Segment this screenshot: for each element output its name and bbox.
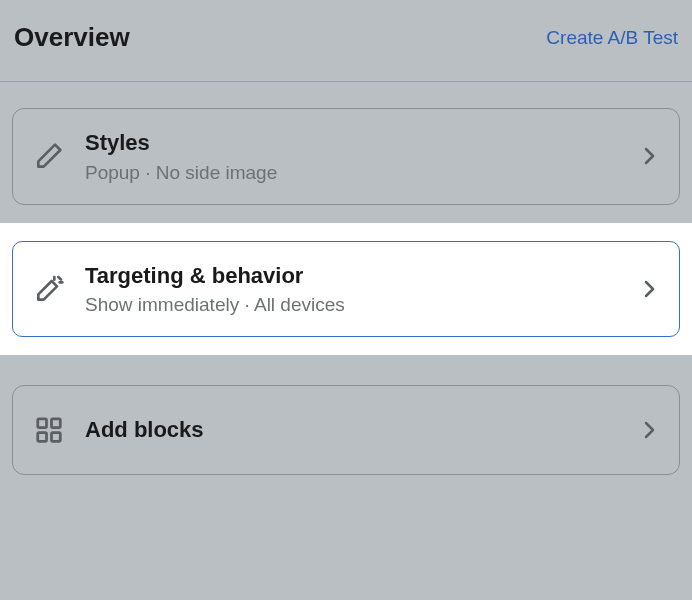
svg-rect-0 [38,419,47,428]
card-styles-title: Styles [85,129,637,158]
card-styles-subtitle: Popup · No side image [85,162,637,184]
targeting-highlight-wrap: Targeting & behavior Show immediately · … [0,223,692,356]
chevron-right-icon [637,144,661,168]
chevron-right-icon [637,277,661,301]
card-styles[interactable]: Styles Popup · No side image [12,108,680,205]
magic-wand-icon [31,271,67,307]
card-blocks-title: Add blocks [85,416,637,445]
page-title: Overview [14,22,130,53]
card-targeting-subtitle: Show immediately · All devices [85,294,637,316]
pencil-icon [31,138,67,174]
content: Styles Popup · No side image Targeting &… [0,108,692,475]
blocks-icon [31,412,67,448]
card-targeting[interactable]: Targeting & behavior Show immediately · … [12,241,680,338]
card-blocks-body: Add blocks [85,416,637,445]
svg-rect-1 [52,419,61,428]
svg-rect-2 [38,433,47,442]
card-add-blocks[interactable]: Add blocks [12,385,680,475]
chevron-right-icon [637,418,661,442]
card-targeting-title: Targeting & behavior [85,262,637,291]
card-styles-body: Styles Popup · No side image [85,129,637,184]
header: Overview Create A/B Test [0,0,692,82]
svg-rect-3 [52,433,61,442]
create-ab-test-link[interactable]: Create A/B Test [546,27,678,49]
card-targeting-body: Targeting & behavior Show immediately · … [85,262,637,317]
